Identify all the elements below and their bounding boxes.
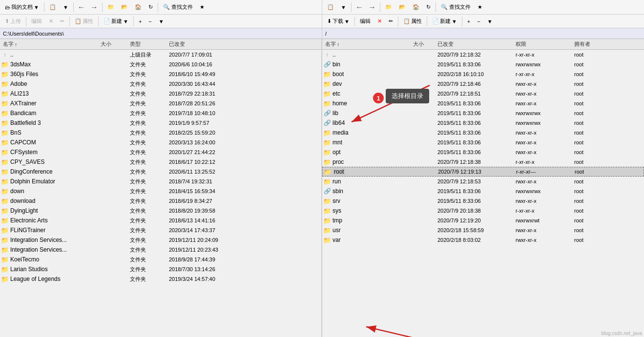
left-plus-btn[interactable]: + — [136, 17, 145, 26]
list-item[interactable]: 📁 3dsMax 文件夹 2020/6/6 10:04:16 — [0, 59, 321, 69]
list-item[interactable]: 📁 boot 2020/2/18 16:10:10 r-xr-xr-x root — [322, 69, 644, 79]
left-view-btn[interactable]: ▼ — [156, 17, 167, 26]
list-item[interactable]: 📁 Bandicam 文件夹 2019/7/18 10:48:10 — [0, 108, 321, 118]
props-icon: 📋 — [75, 18, 82, 24]
list-item[interactable]: 📁 Adobe 文件夹 2020/3/30 16:43:44 — [0, 79, 321, 89]
cell-perms: rwxr-xr-x — [514, 227, 572, 233]
list-item[interactable]: 📁 Battlefield 3 文件夹 2019/1/9 9:57:57 — [0, 118, 321, 128]
list-item[interactable]: 📁 mnt 2019/5/11 8:33:06 rwxr-xr-x root — [322, 138, 644, 147]
right-col-size[interactable]: 大小 — [411, 40, 436, 48]
list-item[interactable]: 🔗 lib 2019/5/11 8:33:06 rwxrwxrwx root — [322, 108, 644, 118]
list-item[interactable]: 📁 DingConference 文件夹 2020/6/11 13:25:52 — [0, 167, 321, 177]
file-name-text: 3dsMax — [10, 61, 31, 68]
left-col-type[interactable]: 类型 — [128, 40, 167, 48]
cell-perms: rwxrwxrwx — [514, 188, 572, 194]
right-nav-back-btn[interactable]: ← — [353, 2, 365, 12]
right-col-modified[interactable]: 已改变 — [436, 40, 514, 48]
list-item[interactable]: 📁 CAPCOM 文件夹 2020/3/13 16:24:00 — [0, 138, 321, 147]
list-item[interactable]: 📁 dev 2020/7/9 12:18:46 rwxr-xr-x root — [322, 79, 644, 89]
toolbar-refresh-btn[interactable]: ↻ — [145, 2, 156, 12]
right-col-owner[interactable]: 拥有者 — [572, 40, 611, 48]
right-rename-btn[interactable]: ✏ — [386, 17, 396, 26]
left-props-btn[interactable]: 📋 属性 — [72, 16, 96, 26]
list-item[interactable]: 🔗 bin 2019/5/11 8:33:06 rwxrwxrwx root — [322, 59, 644, 69]
left-delete-btn[interactable]: ✕ — [46, 17, 56, 26]
left-edit-btn[interactable]: 编辑 — [28, 16, 45, 26]
list-item[interactable]: 📁 BnS 文件夹 2018/2/25 15:59:20 — [0, 128, 321, 138]
right-new-btn[interactable]: 📄 新建 ▼ — [429, 16, 460, 26]
list-item[interactable]: 📁 opt 2019/5/11 8:33:06 rwxr-xr-x root — [322, 147, 644, 157]
list-item[interactable]: 📁 tmp 2020/7/9 12:19:20 rwxrwxrwt root — [322, 216, 644, 225]
download-btn[interactable]: ⬇ 下载 ▼ — [324, 16, 353, 26]
list-item[interactable]: 📁 sys 2020/7/9 20:18:38 r-xr-xr-x root — [322, 206, 644, 216]
toolbar-bookmark-btn[interactable]: ★ — [197, 2, 208, 12]
list-item[interactable]: 📁 root 2020/7/9 12:19:13 r-xr-xr--- root — [322, 167, 644, 177]
list-item[interactable]: 📁 Dolphin Emulator 文件夹 2018/7/4 19:32:31 — [0, 177, 321, 186]
left-toolbar-row1: 🗁 我的文档 ▼ 📋 ▼ ← → 📁 📂 🏠 ↻ 🔍 查找文件 ★ — [0, 0, 322, 14]
list-item[interactable]: ↑ .. 2020/7/9 12:18:32 r-xr-xr-x root — [322, 50, 644, 59]
right-props-btn[interactable]: 📋 属性 — [400, 16, 425, 26]
toolbar-home-btn[interactable]: 🏠 — [132, 2, 145, 12]
list-item[interactable]: 🔗 lib64 2019/5/11 8:33:06 rwxrwxrwx root — [322, 118, 644, 128]
left-minus-btn[interactable]: − — [145, 17, 154, 26]
list-item[interactable]: 📁 run 2020/7/9 12:18:53 rwxr-xr-x root — [322, 177, 644, 186]
list-item[interactable]: 📁 media 2019/5/11 8:33:06 rwxr-xr-x root — [322, 128, 644, 138]
right-minus-btn[interactable]: − — [474, 17, 483, 26]
right-col-perms[interactable]: 权限 — [514, 40, 572, 48]
toolbar-copy-btn[interactable]: 📋 — [46, 2, 59, 12]
list-item[interactable]: 📁 ALI213 文件夹 2018/7/29 22:18:31 — [0, 89, 321, 99]
right-dir2-btn[interactable]: 📂 — [396, 2, 409, 12]
list-item[interactable]: 📁 Electronic Arts 文件夹 2018/6/13 14:41:16 — [0, 216, 321, 225]
right-home-btn[interactable]: 🏠 — [410, 2, 422, 12]
list-item[interactable]: 📁 DyingLight 文件夹 2018/8/20 19:39:58 — [0, 206, 321, 216]
list-item[interactable]: 📁 usr 2020/2/18 15:58:59 rwxr-xr-x root — [322, 225, 644, 235]
list-item[interactable]: 📁 download 文件夹 2018/6/19 8:34:27 — [0, 196, 321, 206]
cell-modified: 2020/7/9 12:18:46 — [436, 81, 514, 87]
list-item[interactable]: ↑ .. 上级目录 2020/7/7 17:09:01 — [0, 50, 321, 59]
folder-icon: 📁 — [1, 207, 9, 215]
list-item[interactable]: 📁 var 2020/2/18 8:03:02 rwxr-xr-x root — [322, 235, 644, 245]
list-item[interactable]: 📁 CPY_SAVES 文件夹 2018/6/17 10:22:12 — [0, 157, 321, 167]
list-item[interactable]: 📁 Larian Studios 文件夹 2018/7/30 13:14:26 — [0, 264, 321, 274]
left-new-btn[interactable]: 📄 新建 ▼ — [101, 16, 131, 26]
right-col-name[interactable]: 名字 ↑ — [323, 40, 411, 48]
list-item[interactable]: 📁 CFSystem 文件夹 2020/1/27 21:44:22 — [0, 147, 321, 157]
left-col-modified[interactable]: 已改变 — [167, 40, 245, 48]
right-edit-btn[interactable]: 编辑 — [357, 16, 374, 26]
list-item[interactable]: 📁 League of Legends 文件夹 2019/3/24 14:57:… — [0, 274, 321, 284]
list-item[interactable]: 📁 home 2019/5/11 8:33:06 rwxr-xr-x root — [322, 99, 644, 108]
right-nav-forward-btn[interactable]: → — [366, 2, 378, 12]
nav-back-btn[interactable]: ← — [76, 2, 87, 12]
list-item[interactable]: 🔗 sbin 2019/5/11 8:33:06 rwxrwxrwx root — [322, 186, 644, 196]
list-item[interactable]: 📁 proc 2020/7/9 12:18:38 r-xr-xr-x root — [322, 157, 644, 167]
right-view-btn[interactable]: ▼ — [484, 17, 496, 26]
list-item[interactable]: 📁 down 文件夹 2018/4/15 16:59:34 — [0, 186, 321, 196]
toolbar-filter-btn[interactable]: ▼ — [60, 3, 71, 12]
right-dir-btn[interactable]: 📁 — [382, 2, 395, 12]
toolbar-find-files-btn[interactable]: 🔍 查找文件 — [160, 2, 196, 12]
list-item[interactable]: 📁 etc 2020/7/9 12:18:51 rwxr-xr-x root — [322, 89, 644, 99]
right-filter-btn[interactable]: ▼ — [338, 3, 349, 12]
upload-btn[interactable]: ⬆ 上传 — [2, 16, 24, 26]
left-col-name[interactable]: 名字 ↑ — [1, 40, 99, 48]
list-item[interactable]: 📁 FLiNGTrainer 文件夹 2020/3/14 17:43:37 — [0, 225, 321, 235]
list-item[interactable]: 📁 Integration Services... 文件夹 2019/12/11… — [0, 235, 321, 245]
my-docs-dropdown[interactable]: 🗁 我的文档 ▼ — [2, 2, 42, 12]
left-rename-btn[interactable]: ✏ — [57, 17, 67, 26]
nav-forward-btn[interactable]: → — [88, 2, 100, 12]
list-item[interactable]: 📁 KoeiTecmo 文件夹 2018/9/28 17:44:39 — [0, 255, 321, 264]
right-refresh-btn[interactable]: ↻ — [423, 2, 434, 12]
toolbar-dir-btn[interactable]: 📁 — [104, 2, 117, 12]
right-plus-btn[interactable]: + — [464, 17, 473, 26]
toolbar-dir2-btn[interactable]: 📂 — [118, 2, 131, 12]
list-item[interactable]: 📁 srv 2019/5/11 8:33:06 rwxr-xr-x root — [322, 196, 644, 206]
right-delete-btn[interactable]: ✕ — [374, 17, 385, 26]
list-item[interactable]: 📁 360js Files 文件夹 2018/6/10 15:49:49 — [0, 69, 321, 79]
right-copy-btn[interactable]: 📋 — [324, 2, 337, 12]
file-name-text: var — [332, 237, 341, 243]
left-col-size[interactable]: 大小 — [99, 40, 128, 48]
right-bookmark-btn[interactable]: ★ — [475, 2, 485, 12]
right-find-btn[interactable]: 🔍 查找文件 — [438, 2, 474, 12]
list-item[interactable]: 📁 Integration Services... 文件夹 2019/12/11… — [0, 245, 321, 255]
list-item[interactable]: 📁 AXTrainer 文件夹 2018/7/28 20:51:26 — [0, 99, 321, 108]
